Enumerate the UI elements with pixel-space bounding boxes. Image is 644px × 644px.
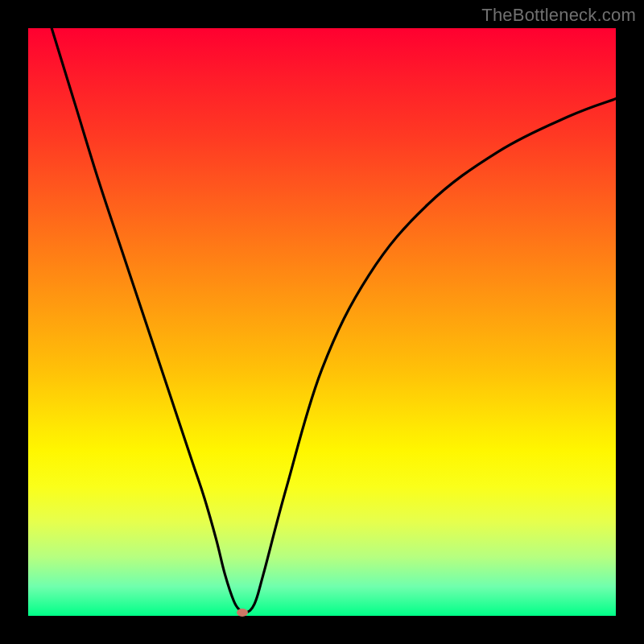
minimum-marker-dot: [237, 609, 248, 617]
watermark-text: TheBottleneck.com: [481, 5, 636, 26]
bottleneck-curve: [28, 28, 616, 616]
plot-area: [28, 28, 616, 616]
chart-frame: TheBottleneck.com: [0, 0, 644, 644]
